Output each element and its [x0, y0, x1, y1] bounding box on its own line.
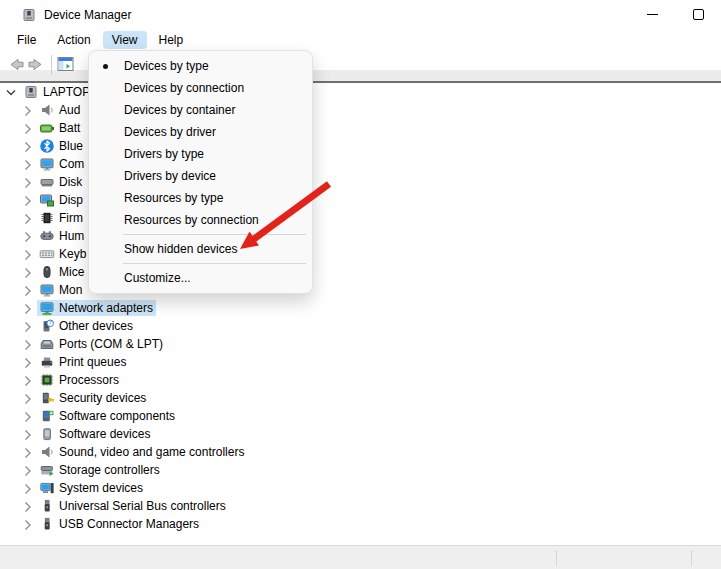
tree-row-content[interactable]: Batt	[37, 120, 83, 136]
chevron-right-icon[interactable]	[20, 463, 34, 477]
tree-row[interactable]: Ports (COM & LPT)	[0, 335, 721, 353]
tree-row[interactable]: Universal Serial Bus controllers	[0, 497, 721, 515]
tree-row-content[interactable]: Software components	[37, 408, 178, 424]
tree-row-content[interactable]: Sound, video and game controllers	[37, 444, 247, 460]
tree-row-content[interactable]: Mon	[37, 282, 85, 298]
tree-row-content[interactable]: System devices	[37, 480, 146, 496]
tree-row-content[interactable]: Print queues	[37, 354, 129, 370]
storage-icon	[39, 462, 55, 478]
menu-bar: File Action View Help	[0, 30, 721, 50]
menu-file[interactable]: File	[8, 31, 45, 49]
view-menu-item[interactable]: Drivers by type	[89, 143, 312, 165]
chevron-right-icon[interactable]	[20, 247, 34, 261]
tree-row[interactable]: Sound, video and game controllers	[0, 443, 721, 461]
tree-row[interactable]: Network adapters	[0, 299, 721, 317]
svg-text:?: ?	[49, 320, 52, 326]
tree-row[interactable]: System devices	[0, 479, 721, 497]
chevron-right-icon[interactable]	[20, 211, 34, 225]
view-menu-item[interactable]: Resources by type	[89, 187, 312, 209]
chevron-right-icon[interactable]	[20, 427, 34, 441]
chevron-right-icon[interactable]	[20, 337, 34, 351]
chevron-right-icon[interactable]	[20, 157, 34, 171]
tree-row-content[interactable]: Keyb	[37, 246, 89, 262]
chevron-right-icon[interactable]	[20, 481, 34, 495]
chevron-right-icon[interactable]	[20, 103, 34, 117]
hid-icon	[39, 228, 55, 244]
tree-row-content[interactable]: Disp	[37, 192, 86, 208]
tree-row-content[interactable]: Blue	[37, 138, 86, 154]
view-menu-item[interactable]: Devices by container	[89, 99, 312, 121]
chevron-right-icon[interactable]	[20, 139, 34, 153]
chevron-right-icon[interactable]	[20, 283, 34, 297]
tree-row-content[interactable]: Aud	[37, 102, 83, 118]
tree-row-content[interactable]: USB Connector Managers	[37, 516, 202, 532]
tree-row-content[interactable]: Processors	[37, 372, 122, 388]
tree-label: Universal Serial Bus controllers	[59, 499, 226, 513]
tree-label: Ports (COM & LPT)	[59, 337, 163, 351]
menu-separator	[123, 263, 306, 264]
tree-row-content[interactable]: Disk	[37, 174, 85, 190]
view-menu-item[interactable]: Show hidden devices	[89, 238, 312, 260]
chevron-right-icon[interactable]	[20, 409, 34, 423]
chevron-right-icon[interactable]	[20, 229, 34, 243]
maximize-button[interactable]	[675, 0, 721, 29]
tree-row[interactable]: Print queues	[0, 353, 721, 371]
tree-row-content[interactable]: Com	[37, 156, 87, 172]
chevron-right-icon[interactable]	[20, 373, 34, 387]
show-console-tree-button[interactable]	[57, 56, 77, 73]
chevron-right-icon[interactable]	[20, 301, 34, 315]
minimize-icon	[647, 14, 658, 15]
view-menu-item[interactable]: Devices by connection	[89, 77, 312, 99]
tree-row[interactable]: Software components	[0, 407, 721, 425]
view-menu-item[interactable]: Resources by connection	[89, 209, 312, 231]
chevron-right-icon[interactable]	[20, 319, 34, 333]
back-button[interactable]	[5, 56, 25, 73]
view-menu-item[interactable]: Devices by driver	[89, 121, 312, 143]
tree-row-content[interactable]: Firm	[37, 210, 86, 226]
disk-drive-icon	[39, 174, 55, 190]
tree-row-content[interactable]: Storage controllers	[37, 462, 163, 478]
tree-row-content[interactable]: Universal Serial Bus controllers	[37, 498, 229, 514]
menu-item-label: Devices by driver	[124, 125, 216, 139]
menu-help[interactable]: Help	[150, 31, 193, 49]
tree-row-content[interactable]: Hum	[37, 228, 87, 244]
tree-row[interactable]: Processors	[0, 371, 721, 389]
tree-row-content[interactable]: Mice	[37, 264, 87, 280]
tree-row[interactable]: USB Connector Managers	[0, 515, 721, 533]
tree-label: Aud	[59, 103, 80, 117]
tree-row-content[interactable]: Ports (COM & LPT)	[37, 336, 166, 352]
chevron-down-icon[interactable]	[4, 85, 18, 99]
chevron-right-icon[interactable]	[20, 121, 34, 135]
chevron-right-icon[interactable]	[20, 517, 34, 531]
window-title: Device Manager	[44, 8, 131, 22]
tree-row[interactable]: Software devices	[0, 425, 721, 443]
minimize-button[interactable]	[629, 0, 675, 29]
view-menu-item[interactable]: Drivers by device	[89, 165, 312, 187]
chevron-right-icon[interactable]	[20, 355, 34, 369]
printer-icon	[39, 354, 55, 370]
tree-row-content[interactable]: Software devices	[37, 426, 153, 442]
chevron-right-icon[interactable]	[20, 499, 34, 513]
forward-button[interactable]	[27, 56, 47, 73]
menu-item-label: Resources by type	[124, 191, 223, 205]
tree-row[interactable]: ?Other devices	[0, 317, 721, 335]
chevron-right-icon[interactable]	[20, 445, 34, 459]
view-menu-item[interactable]: Devices by type	[89, 55, 312, 77]
chevron-right-icon[interactable]	[20, 265, 34, 279]
tree-row-content[interactable]: LAPTOP	[21, 84, 93, 100]
chevron-right-icon[interactable]	[20, 175, 34, 189]
tree-row-content[interactable]: ?Other devices	[37, 318, 136, 334]
tree-row[interactable]: Storage controllers	[0, 461, 721, 479]
display-adapter-icon	[39, 192, 55, 208]
chevron-right-icon[interactable]	[20, 391, 34, 405]
tree-label: Keyb	[59, 247, 86, 261]
menu-action[interactable]: Action	[48, 31, 99, 49]
chevron-right-icon[interactable]	[20, 193, 34, 207]
tree-row-selected-content[interactable]: Network adapters	[37, 300, 156, 316]
menu-view[interactable]: View	[103, 31, 147, 49]
view-menu-item[interactable]: Customize...	[89, 267, 312, 289]
tree-row[interactable]: Security devices	[0, 389, 721, 407]
audio-icon	[39, 102, 55, 118]
tree-row-content[interactable]: Security devices	[37, 390, 149, 406]
security-icon	[39, 390, 55, 406]
